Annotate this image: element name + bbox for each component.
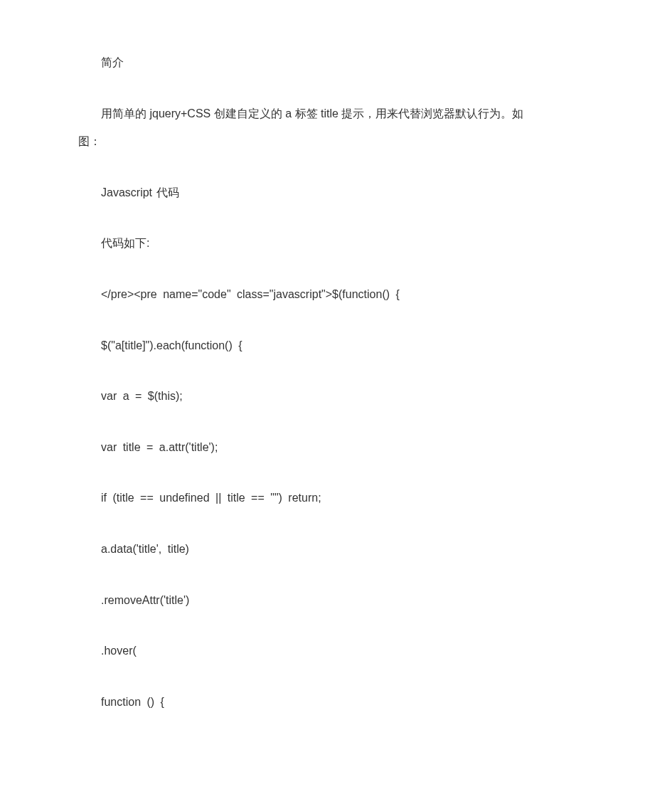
code-line-8: .hover( [78,642,594,660]
description-paragraph: 用简单的 jquery+CSS 创建自定义的 a 标签 title 提示，用来代… [78,105,594,151]
code-line-1: </pre><pre name="code" class="javascript… [78,285,594,304]
code-line-9: function () { [78,693,594,711]
code-line-5: if (title == undefined || title == "") r… [78,489,594,507]
code-intro: 代码如下: [78,234,594,253]
code-line-3: var a = $(this); [78,387,594,406]
code-line-4: var title = a.attr('title'); [78,438,594,457]
javascript-heading: Javascript 代码 [78,184,594,202]
code-line-7: .removeAttr('title') [78,591,594,610]
description-line-1: 用简单的 jquery+CSS 创建自定义的 a 标签 title 提示，用来代… [78,105,594,123]
document-page: 简介 用简单的 jquery+CSS 创建自定义的 a 标签 title 提示，… [0,0,672,772]
intro-heading: 简介 [78,53,594,72]
description-line-2: 图： [78,132,594,151]
code-line-2: $("a[title]").each(function() { [78,337,594,355]
code-line-6: a.data('title', title) [78,540,594,559]
